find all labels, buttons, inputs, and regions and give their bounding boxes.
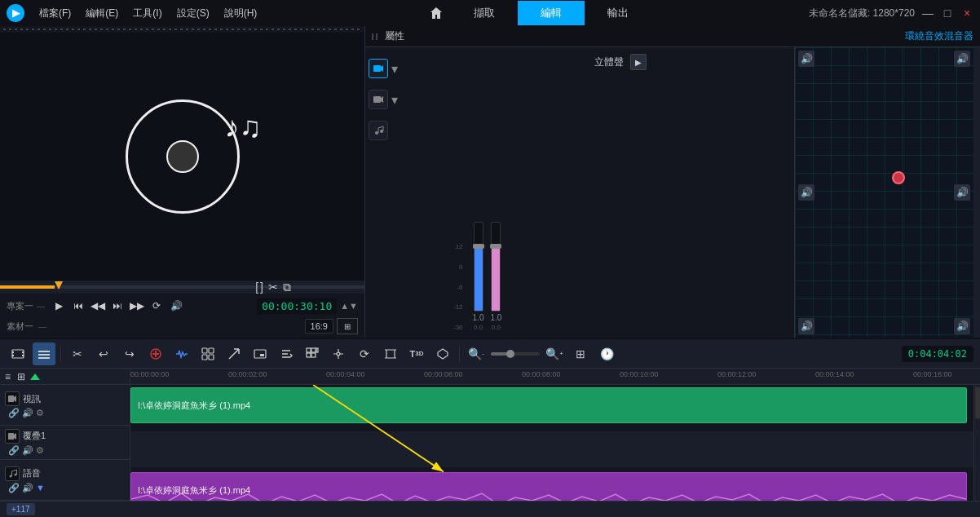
- center-point[interactable]: [892, 171, 905, 184]
- preview-dots: [0, 26, 364, 33]
- zoom-in-btn[interactable]: 🔍+: [543, 342, 566, 365]
- menu-tools[interactable]: 工具(I): [126, 3, 168, 24]
- video-mute-btn[interactable]: 🔊: [22, 408, 33, 418]
- channel-video-icon[interactable]: [369, 59, 388, 78]
- crop-preview-btn[interactable]: ⊞: [337, 318, 358, 334]
- ruler-mark-3: 00:00:06:00: [424, 370, 463, 378]
- volume-btn[interactable]: 🔊: [167, 297, 185, 315]
- video-link-btn[interactable]: 🔗: [8, 408, 20, 418]
- aspect-ratio-btn[interactable]: 16:9: [305, 319, 333, 334]
- play-small-btn[interactable]: ▶: [630, 54, 647, 70]
- preview-progress[interactable]: [ ] ✂ ⧉: [0, 281, 364, 294]
- tb-t3d-btn[interactable]: T3D: [405, 342, 428, 365]
- tb-beat-btn[interactable]: [170, 342, 193, 365]
- props-scrollbar[interactable]: [973, 47, 980, 338]
- tb-timeline-btn[interactable]: [33, 342, 55, 365]
- tb-crop-btn[interactable]: [379, 342, 402, 365]
- svg-rect-26: [307, 353, 311, 357]
- left-slider-thumb[interactable]: [473, 244, 484, 249]
- tb-mask-btn[interactable]: [431, 342, 454, 365]
- zoom-out-btn[interactable]: 🔍-: [465, 342, 488, 365]
- zoom-slider[interactable]: [491, 352, 540, 356]
- maximize-button[interactable]: □: [941, 7, 954, 20]
- right-slider-thumb[interactable]: [490, 244, 501, 249]
- close-button[interactable]: ×: [960, 7, 973, 20]
- mark-in-btn[interactable]: [: [255, 281, 258, 294]
- tb-motion-btn[interactable]: [327, 342, 350, 365]
- left-slider-track[interactable]: [474, 222, 483, 312]
- preview-video: ♪♫: [0, 33, 364, 281]
- home-button[interactable]: [422, 0, 451, 26]
- audio-lock-btn[interactable]: ▼: [36, 483, 45, 493]
- right-slider-col[interactable]: 1.0 0.0: [490, 222, 501, 331]
- fit-view-btn[interactable]: ⊞: [569, 342, 592, 365]
- tb-loop-btn[interactable]: ⟳: [353, 342, 376, 365]
- list-view-btn[interactable]: ≡: [3, 371, 12, 382]
- app-icon: ▶: [7, 4, 24, 22]
- cut-icon[interactable]: ✂: [268, 281, 278, 294]
- channel-audio-icon[interactable]: [369, 121, 388, 140]
- plus-btn[interactable]: +117: [7, 503, 35, 515]
- tb-grid-btn[interactable]: [301, 342, 324, 365]
- loop-btn[interactable]: ⟳: [148, 297, 166, 315]
- copy-icon[interactable]: ⧉: [283, 281, 291, 294]
- timeline-scrollbar[interactable]: [973, 385, 980, 501]
- tab-edit[interactable]: 編輯: [518, 1, 585, 25]
- timecode-display: 00:00:30:10: [257, 298, 337, 314]
- play-btn[interactable]: ▶: [50, 297, 68, 315]
- channel-overlay-expand[interactable]: ▾: [391, 92, 398, 108]
- tb-arrow-btn[interactable]: [223, 342, 245, 365]
- audio-clip[interactable]: I:\卓依婷洞庭魚米乡 (1).mp4: [130, 472, 967, 501]
- video-clip[interactable]: I:\卓依婷洞庭魚米乡 (1).mp4: [130, 387, 967, 423]
- tab-output[interactable]: 輸出: [585, 1, 651, 25]
- fast-forward-btn[interactable]: ▶▶: [128, 297, 146, 315]
- svg-rect-27: [311, 353, 316, 357]
- rewind-btn[interactable]: ◀◀: [89, 297, 107, 315]
- video-lock-btn[interactable]: ⚙: [36, 408, 44, 418]
- overlay-lock-btn[interactable]: ⚙: [36, 445, 44, 456]
- channel-overlay-icon[interactable]: [369, 90, 388, 109]
- overlay-link-btn[interactable]: 🔗: [8, 445, 20, 456]
- left-slider-col[interactable]: 1.0 0.0: [473, 222, 484, 331]
- menu-settings[interactable]: 設定(S): [170, 3, 216, 24]
- timeline-ruler[interactable]: 00:00:00:00 00:00:02:00 00:00:04:00 00:0…: [130, 369, 973, 384]
- stereo-area: 立體聲 ▶ 12 0 -6 -12 -36: [447, 47, 794, 338]
- track-manager-btn[interactable]: ⊞: [15, 371, 27, 382]
- svg-rect-19: [202, 355, 207, 360]
- menu-help[interactable]: 說明(H): [218, 3, 264, 24]
- tb-scissors-btn[interactable]: ✂: [66, 342, 89, 365]
- overlay-mute-btn[interactable]: 🔊: [22, 445, 33, 456]
- menu-file[interactable]: 檔案(F): [33, 3, 77, 24]
- controls-row2: 素材一 — 16:9 ⊞: [7, 318, 358, 334]
- timeline-toolbar: ✂ ↩ ↪ ⟳ T3D: [0, 339, 980, 369]
- tab-capture[interactable]: 擷取: [451, 1, 518, 25]
- tb-film-add-btn[interactable]: [144, 342, 167, 365]
- tb-multi-btn[interactable]: [196, 342, 219, 365]
- db-mark-0: 0: [453, 263, 463, 271]
- prev-frame-btn[interactable]: ⏮: [69, 297, 87, 315]
- tb-film-btn[interactable]: [7, 342, 29, 365]
- audio-vol-btn[interactable]: 🔊: [22, 483, 33, 493]
- add-track-btn[interactable]: [30, 373, 40, 380]
- tb-redo-btn[interactable]: ↪: [118, 342, 141, 365]
- audio-link-btn[interactable]: 🔗: [8, 483, 20, 493]
- scrollbar-thumb[interactable]: [975, 387, 980, 419]
- mixer-title[interactable]: 環繞音效混音器: [905, 29, 973, 43]
- clock-btn[interactable]: 🕐: [595, 342, 618, 365]
- channel-video-expand[interactable]: ▾: [391, 61, 398, 77]
- audio-track-icon: [5, 466, 20, 481]
- mixer-grid: 🔊 🔊 🔊 🔊 🔊 🔊: [795, 47, 973, 338]
- right-slider-label: 1.0: [490, 313, 501, 322]
- minimize-button[interactable]: —: [921, 7, 934, 20]
- next-frame-btn[interactable]: ⏭: [108, 297, 126, 315]
- video-track-name: 視訊: [23, 393, 47, 405]
- right-slider-track[interactable]: [491, 222, 501, 312]
- ruler-mark-8: 00:00:16:00: [913, 370, 952, 378]
- stereo-label: 立體聲: [594, 55, 624, 69]
- mark-out-btn[interactable]: ]: [260, 281, 263, 294]
- zoom-thumb[interactable]: [506, 350, 514, 358]
- tb-undo-btn[interactable]: ↩: [92, 342, 115, 365]
- tb-wrap-btn[interactable]: [275, 342, 298, 365]
- menu-edit[interactable]: 編輯(E): [79, 3, 125, 24]
- tb-pip-btn[interactable]: [249, 342, 271, 365]
